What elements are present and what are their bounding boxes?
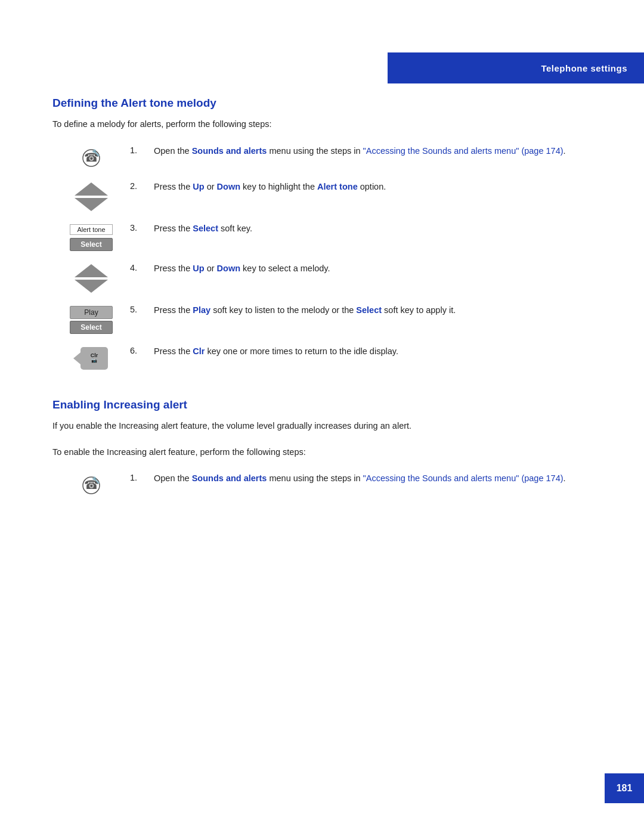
phone-menu-icon-2: ☎ 🔧 xyxy=(80,474,103,497)
step-5-play: Play xyxy=(193,305,210,315)
step-5-select: Select xyxy=(356,305,382,315)
section2-step-1-text: Open the Sounds and alerts menu using th… xyxy=(154,472,608,485)
step-3-icon: Alert tone Select xyxy=(52,222,130,251)
step-4: 4. Press the Up or Down key to select a … xyxy=(52,262,608,293)
step-1-text: Open the Sounds and alerts menu using th… xyxy=(154,144,608,157)
svg-text:🔧: 🔧 xyxy=(92,476,100,484)
section2-heading: Enabling Increasing alert xyxy=(52,398,608,411)
arrow-up-icon xyxy=(75,182,108,196)
step-2-icon xyxy=(52,180,130,211)
step-1-sounds-alerts: Sounds and alerts xyxy=(192,146,267,156)
step-2-number: 2. xyxy=(130,180,154,191)
svg-text:🔧: 🔧 xyxy=(92,148,100,157)
section1-heading: Defining the Alert tone melody xyxy=(52,97,608,110)
section2-step-1: ☎ 🔧 1. Open the Sounds and alerts menu u… xyxy=(52,472,608,497)
step-6-icon: Clr 📷 xyxy=(52,345,130,370)
step-4-number: 4. xyxy=(130,262,154,272)
step-6-text: Press the Clr key one or more times to r… xyxy=(154,345,608,358)
section2-step-1-icon: ☎ 🔧 xyxy=(52,472,130,497)
nav-arrows-icon xyxy=(75,182,108,211)
section1-intro: To define a melody for alerts, perform t… xyxy=(52,118,608,131)
page-number: 181 xyxy=(617,783,633,794)
step-3-text: Press the Select soft key. xyxy=(154,222,608,235)
step-5-softkeys: Play Select xyxy=(70,306,113,334)
step-2-alert-tone: Alert tone xyxy=(317,182,358,191)
step-3-select: Select xyxy=(193,224,218,233)
section2-step-1-link: "Accessing the Sounds and alerts menu" (… xyxy=(363,473,564,483)
step-4-icon xyxy=(52,262,130,293)
header-banner: Telephone settings xyxy=(388,52,644,83)
play-softkey: Play xyxy=(70,306,113,319)
step-5-number: 5. xyxy=(130,304,154,314)
section-gap xyxy=(52,380,608,398)
step-4-text: Press the Up or Down key to select a mel… xyxy=(154,262,608,275)
step-1-number: 1. xyxy=(130,144,154,155)
nav-arrows-icon-2 xyxy=(75,264,108,293)
step-4-down: Down xyxy=(217,264,240,273)
step-2-down: Down xyxy=(217,182,240,191)
step-3-softkey: Alert tone Select xyxy=(70,224,113,251)
step-2-text: Press the Up or Down key to highlight th… xyxy=(154,180,608,193)
step-1-link: "Accessing the Sounds and alerts menu" (… xyxy=(363,146,564,156)
arrow-down-icon xyxy=(75,198,108,211)
step-1-icon: ☎ 🔧 xyxy=(52,144,130,169)
step-3-number: 3. xyxy=(130,222,154,233)
select-softkey-2: Select xyxy=(70,321,113,334)
clr-key-shape: Clr 📷 xyxy=(80,347,108,370)
step-5-icon: Play Select xyxy=(52,304,130,334)
step-6: Clr 📷 6. Press the Clr key one or more t… xyxy=(52,345,608,370)
step-2: 2. Press the Up or Down key to highlight… xyxy=(52,180,608,211)
arrow-down-icon-2 xyxy=(75,280,108,293)
clr-key-arrow xyxy=(73,352,80,364)
arrow-up-icon-2 xyxy=(75,264,108,277)
main-content: Defining the Alert tone melody To define… xyxy=(52,97,608,507)
section2-step-1-number: 1. xyxy=(130,472,154,482)
alert-tone-label: Alert tone xyxy=(70,224,113,235)
page-number-box: 181 xyxy=(605,773,644,803)
clr-key-bottom-icon: 📷 xyxy=(91,358,97,363)
step-4-up: Up xyxy=(193,264,204,273)
step-5: Play Select 5. Press the Play soft key t… xyxy=(52,304,608,334)
step-5-text: Press the Play soft key to listen to the… xyxy=(154,304,608,317)
step-2-up: Up xyxy=(193,182,204,191)
header-banner-title: Telephone settings xyxy=(541,63,627,73)
select-softkey: Select xyxy=(70,238,113,251)
step-1: ☎ 🔧 1. Open the Sounds and alerts menu u… xyxy=(52,144,608,169)
section2-intro2: To enable the Increasing alert feature, … xyxy=(52,446,608,459)
section2-step-1-sounds-alerts: Sounds and alerts xyxy=(192,473,267,483)
step-3: Alert tone Select 3. Press the Select so… xyxy=(52,222,608,251)
section2-intro1: If you enable the Increasing alert featu… xyxy=(52,420,608,433)
phone-menu-icon: ☎ 🔧 xyxy=(80,147,103,169)
step-6-clr: Clr xyxy=(193,346,205,356)
step-6-number: 6. xyxy=(130,345,154,355)
